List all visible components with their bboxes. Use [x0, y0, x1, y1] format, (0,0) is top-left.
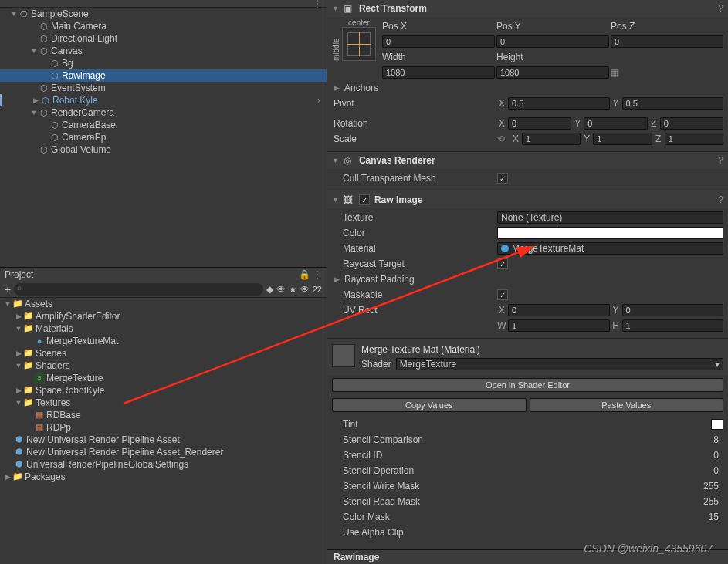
- help-icon[interactable]: ?: [718, 194, 723, 205]
- uv-y-input[interactable]: [622, 304, 724, 316]
- shader-prop-value[interactable]: 15: [692, 512, 723, 522]
- project-search-input[interactable]: [14, 283, 263, 296]
- posz-input[interactable]: [611, 35, 723, 48]
- project-asset[interactable]: ⬢New Universal Render Pipeline Asset: [0, 434, 327, 446]
- maskable-checkbox[interactable]: ✓: [497, 289, 508, 300]
- hierarchy-menu-icon[interactable]: ⋮: [313, 0, 322, 9]
- posx-input[interactable]: [382, 35, 495, 48]
- rot-x-input[interactable]: [508, 117, 571, 130]
- enable-checkbox[interactable]: ✓: [359, 194, 370, 205]
- project-tab[interactable]: Project 🔒 ⋮: [0, 267, 327, 282]
- eye-icon[interactable]: 👁: [300, 284, 310, 295]
- expand-arrow-icon[interactable]: ▶: [31, 96, 40, 104]
- expand-arrow-icon[interactable]: ▶: [332, 275, 341, 283]
- shader-prop-value[interactable]: 255: [692, 496, 723, 507]
- material-field[interactable]: MergeTextureMat: [497, 242, 723, 255]
- expand-arrow-icon[interactable]: ▶: [332, 84, 341, 92]
- hierarchy-item[interactable]: ⬡Bg: [0, 57, 327, 69]
- project-folder[interactable]: ▼📁Shaders: [0, 360, 327, 372]
- project-texture[interactable]: ▦RDBase: [0, 409, 327, 421]
- expand-arrow-icon[interactable]: ▼: [29, 109, 39, 117]
- pivot-x-input[interactable]: [508, 97, 610, 110]
- expand-arrow-icon[interactable]: ▶: [14, 312, 23, 320]
- shader-dropdown[interactable]: MergeTexture▾: [396, 358, 723, 370]
- uv-w-input[interactable]: [508, 319, 610, 332]
- paste-values-button[interactable]: Paste Values: [530, 398, 724, 412]
- project-folder[interactable]: ▶📁Packages: [0, 471, 327, 483]
- expand-arrow-icon[interactable]: ▼: [9, 10, 19, 18]
- expand-arrow-icon[interactable]: ▼: [3, 300, 12, 308]
- hierarchy-item[interactable]: ⬡Main Camera: [0, 20, 327, 32]
- scale-z-input[interactable]: [665, 133, 723, 145]
- posy-input[interactable]: [496, 35, 609, 48]
- project-folder[interactable]: ▶📁SpaceRobotKyle: [0, 384, 327, 397]
- constrain-icon[interactable]: ⟲: [497, 133, 505, 144]
- filter-icon[interactable]: ◆: [266, 284, 273, 295]
- project-folder[interactable]: ▶📁AmplifyShaderEditor: [0, 310, 327, 323]
- project-folder[interactable]: ▼📁Materials: [0, 323, 327, 335]
- prefab-arrow-icon[interactable]: ›: [317, 95, 320, 106]
- raycast-checkbox[interactable]: ✓: [497, 258, 508, 269]
- hierarchy-item[interactable]: ⬡CameraBase: [0, 119, 327, 131]
- hierarchy-item[interactable]: ⬡CameraPp: [0, 131, 327, 144]
- width-input[interactable]: [382, 66, 495, 79]
- add-icon[interactable]: +: [5, 283, 11, 296]
- shader-prop-value[interactable]: 0: [692, 450, 723, 461]
- expand-arrow-icon[interactable]: ▼: [332, 196, 339, 204]
- shader-prop-value[interactable]: 0: [692, 465, 723, 476]
- copy-values-button[interactable]: Copy Values: [332, 398, 527, 412]
- hierarchy-item[interactable]: ▼⬡Canvas: [0, 45, 327, 57]
- hierarchy-item-selected[interactable]: ⬡Rawimage: [0, 69, 327, 82]
- cull-checkbox[interactable]: ✓: [497, 173, 508, 184]
- uv-h-input[interactable]: [622, 319, 724, 332]
- material-header[interactable]: Merge Texture Mat (Material) Shader Merg…: [327, 339, 728, 375]
- rect-transform-header[interactable]: ▼ ▣ Rect Transform ?: [327, 0, 728, 17]
- project-folder[interactable]: ▼📁Textures: [0, 397, 327, 409]
- project-texture[interactable]: ▦RDPp: [0, 421, 327, 434]
- hierarchy-item[interactable]: ▼⬡RenderCamera: [0, 106, 327, 119]
- project-asset[interactable]: ⬢New Universal Render Pipeline Asset_Ren…: [0, 446, 327, 458]
- project-asset[interactable]: ⬢UniversalRenderPipelineGlobalSettings: [0, 458, 327, 471]
- shader-prop-value[interactable]: 255: [692, 481, 723, 491]
- height-input[interactable]: [496, 66, 609, 79]
- tint-color-field[interactable]: [711, 419, 723, 430]
- hierarchy-item[interactable]: ⬡Directional Light: [0, 32, 327, 45]
- project-folder[interactable]: ▶📁Scenes: [0, 347, 327, 360]
- texture-field[interactable]: None (Texture): [497, 211, 723, 224]
- expand-arrow-icon[interactable]: ▼: [14, 325, 23, 333]
- anchor-presets-button[interactable]: [342, 27, 376, 61]
- shader-prop-value[interactable]: 8: [692, 434, 723, 445]
- expand-arrow-icon[interactable]: ▼: [332, 5, 339, 12]
- uv-x-input[interactable]: [508, 304, 610, 316]
- project-folder[interactable]: ▼📁Assets: [0, 298, 327, 310]
- scale-x-input[interactable]: [522, 133, 581, 145]
- open-shader-editor-button[interactable]: Open in Shader Editor: [332, 378, 723, 392]
- lock-icon[interactable]: 🔒 ⋮: [299, 269, 322, 280]
- hierarchy-item[interactable]: ⬡Global Volume: [0, 144, 327, 156]
- color-field[interactable]: [497, 227, 723, 239]
- bottom-tab[interactable]: Rawimage: [327, 549, 728, 564]
- hierarchy-item[interactable]: ⬡EventSystem: [0, 82, 327, 94]
- favorites-icon[interactable]: ★: [289, 284, 297, 295]
- expand-arrow-icon[interactable]: ▼: [14, 399, 23, 407]
- project-material[interactable]: ●MergeTextureMat: [0, 335, 327, 347]
- expand-arrow-icon[interactable]: ▶: [14, 387, 23, 394]
- pivot-y-input[interactable]: [622, 97, 724, 110]
- expand-arrow-icon[interactable]: ▶: [3, 473, 12, 481]
- scene-row[interactable]: ▼ ⎔ SampleScene: [0, 8, 327, 20]
- expand-arrow-icon[interactable]: ▼: [332, 157, 339, 164]
- rot-z-input[interactable]: [660, 117, 723, 130]
- expand-arrow-icon[interactable]: ▼: [29, 47, 39, 55]
- help-icon[interactable]: ?: [718, 155, 723, 166]
- project-shader[interactable]: SMergeTexture: [0, 372, 327, 384]
- help-icon[interactable]: ?: [718, 3, 723, 14]
- expand-arrow-icon[interactable]: ▶: [14, 350, 23, 357]
- blueprint-icon[interactable]: ▦: [611, 67, 619, 78]
- hierarchy-item-prefab[interactable]: ▶⬡Robot Kyle›: [0, 94, 327, 106]
- raw-image-header[interactable]: ▼ 🖼 ✓ Raw Image ?: [327, 191, 728, 208]
- hidden-icon[interactable]: 👁: [276, 284, 286, 295]
- canvas-renderer-header[interactable]: ▼ ◎ Canvas Renderer ?: [327, 152, 728, 169]
- expand-arrow-icon[interactable]: ▼: [14, 362, 23, 370]
- rot-y-input[interactable]: [584, 117, 647, 130]
- scale-y-input[interactable]: [593, 133, 652, 145]
